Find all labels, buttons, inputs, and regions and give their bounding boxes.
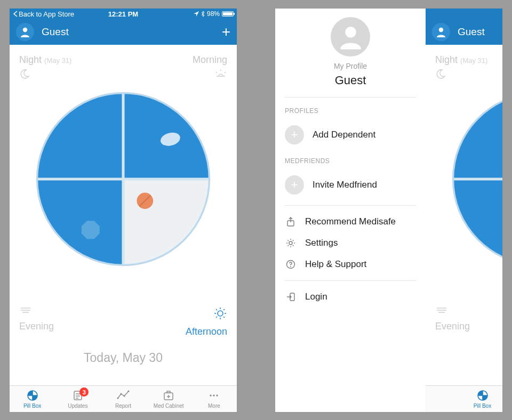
date-label: T (426, 351, 502, 365)
quadrant-morning[interactable]: Morning (193, 54, 227, 80)
side-drawer: My Profile Guest PROFILES + Add Dependen… (275, 9, 426, 412)
tab-report[interactable]: Report (100, 386, 146, 412)
sun-icon (186, 306, 227, 323)
tab-pillbox-label: Pill Box (23, 403, 41, 409)
status-bar: Back to App Store 12:21 PM 98% (10, 9, 237, 19)
night-sub: (May 31) (460, 56, 487, 64)
header-username: Guest (458, 26, 485, 38)
login-row[interactable]: Login (275, 286, 426, 308)
profile-name: Guest (275, 74, 426, 87)
divider (285, 205, 416, 206)
invite-medfriend-row[interactable]: + Invite Medfriend (275, 170, 426, 200)
add-button[interactable]: + (222, 25, 230, 39)
quadrant-afternoon[interactable]: Afternoon (186, 303, 227, 337)
divider (285, 280, 416, 281)
svg-point-12 (127, 390, 129, 392)
moon-icon (19, 69, 71, 82)
sunset-icon (435, 306, 470, 318)
profile-avatar-large[interactable] (331, 17, 370, 56)
svg-point-16 (213, 394, 215, 396)
login-label: Login (305, 292, 327, 302)
add-dependent-label: Add Dependent (313, 130, 375, 140)
moon-icon (435, 69, 487, 82)
tab-pillbox-label: Pill Box (474, 403, 491, 409)
avatar-icon (19, 26, 31, 38)
recommend-label: Recommend Medisafe (305, 216, 396, 227)
section-medfriends-label: MEDFRIENDS (275, 157, 426, 170)
tab-medcabinet-label: Med Cabinet (154, 403, 184, 409)
status-bar: 99% (426, 9, 502, 19)
help-icon (285, 260, 297, 269)
date-label: Today, May 30 (10, 351, 237, 365)
svg-point-0 (23, 28, 27, 32)
divider (285, 97, 416, 98)
plus-circle-icon: + (285, 175, 304, 195)
report-icon (116, 389, 130, 402)
share-icon (285, 217, 297, 227)
svg-point-15 (210, 394, 212, 396)
battery-icon (222, 11, 234, 17)
medcabinet-icon (162, 389, 175, 402)
quadrant-night[interactable]: Night (May 31) (435, 54, 487, 82)
tab-more[interactable]: More (191, 386, 237, 412)
tab-pillbox[interactable]: Pill Box (426, 386, 502, 412)
add-dependent-row[interactable]: + Add Dependent (275, 120, 426, 150)
pillbox-icon (476, 389, 489, 402)
status-time: 12:21 PM (10, 10, 237, 18)
profile-avatar[interactable] (432, 23, 450, 41)
app-header: Guest + (10, 19, 237, 45)
tab-updates-label: Updates (68, 403, 87, 409)
tab-pillbox[interactable]: Pill Box (10, 386, 55, 412)
quadrant-evening[interactable]: Evening (435, 303, 470, 332)
night-label: Night (435, 54, 458, 65)
updates-badge: 3 (79, 387, 89, 397)
afternoon-label: Afternoon (186, 326, 227, 337)
tab-medcabinet[interactable]: Med Cabinet (146, 386, 191, 412)
more-icon (207, 389, 220, 402)
sunset-icon (19, 306, 54, 318)
login-icon (285, 292, 297, 302)
section-profiles-label: PROFILES (275, 107, 426, 120)
pillbox-icon (26, 389, 39, 402)
profile-avatar[interactable] (16, 23, 34, 41)
tab-updates[interactable]: 3 Updates (55, 386, 100, 412)
night-label: Night (19, 54, 42, 65)
app-header: Guest (426, 19, 502, 45)
profile-section[interactable]: My Profile Guest (275, 9, 426, 87)
svg-point-25 (345, 27, 356, 38)
svg-point-10 (120, 393, 122, 394)
recommend-row[interactable]: Recommend Medisafe (275, 211, 426, 232)
quadrant-night[interactable]: Night (May 31) (19, 54, 71, 82)
settings-row[interactable]: Settings (275, 232, 426, 254)
svg-point-29 (290, 266, 291, 267)
svg-point-9 (117, 397, 118, 399)
pillbox-dial[interactable] (33, 88, 214, 270)
help-row[interactable]: Help & Support (275, 254, 426, 275)
main-pillbox-view: Night (May 31) Morning Evening Afternoon (10, 45, 237, 375)
evening-label: Evening (435, 321, 470, 332)
tab-bar: Pill Box 3 Update (426, 385, 502, 412)
quadrant-evening[interactable]: Evening (19, 303, 54, 332)
invite-medfriend-label: Invite Medfriend (313, 180, 377, 190)
morning-label: Morning (193, 54, 227, 66)
my-profile-label: My Profile (275, 62, 426, 70)
tab-report-label: Report (115, 403, 131, 409)
avatar-icon (435, 26, 447, 38)
main-pillbox-view: Night (May 31) Evening (426, 45, 502, 375)
pushed-main-view[interactable]: 99% Guest Night (May 31) Evening (426, 9, 502, 412)
help-label: Help & Support (305, 259, 366, 270)
avatar-icon (336, 22, 365, 52)
tab-more-label: More (208, 403, 220, 409)
pillbox-dial[interactable] (449, 88, 502, 270)
night-sub: (May 31) (44, 56, 71, 64)
tab-bar: Pill Box 3 Updates Report Med Cabinet (10, 385, 237, 412)
svg-point-27 (289, 241, 292, 245)
sunrise-icon (193, 69, 227, 80)
settings-label: Settings (305, 238, 338, 248)
evening-label: Evening (19, 321, 54, 332)
svg-point-11 (123, 395, 125, 397)
pill-evening[interactable] (82, 221, 100, 239)
phone-right: 99% Guest Night (May 31) Evening (275, 9, 502, 412)
svg-point-17 (217, 394, 218, 396)
svg-point-18 (439, 28, 443, 32)
